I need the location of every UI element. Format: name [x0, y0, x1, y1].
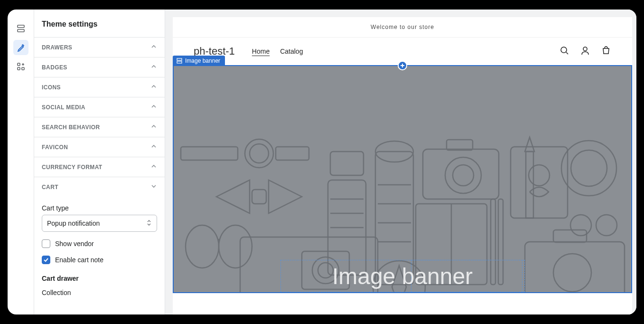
add-block-button[interactable]: [398, 61, 407, 70]
svg-rect-2: [18, 63, 20, 66]
section-cart[interactable]: CART: [34, 177, 165, 197]
search-icon[interactable]: [559, 45, 569, 57]
svg-rect-7: [177, 58, 182, 60]
show-vendor-row: Show vendor: [42, 239, 157, 248]
storefront-preview: Welcome to our store ph-test-1 Home Cata…: [173, 17, 632, 314]
svg-point-41: [529, 165, 550, 186]
svg-rect-9: [181, 147, 238, 160]
svg-point-6: [583, 47, 587, 51]
svg-point-43: [571, 150, 607, 186]
section-label: FAVICON: [42, 144, 68, 151]
plus-icon: [400, 63, 405, 68]
svg-rect-8: [177, 61, 182, 63]
svg-rect-12: [276, 147, 309, 160]
section-pill[interactable]: Image banner: [173, 56, 225, 66]
svg-rect-4: [22, 67, 24, 70]
svg-rect-13: [252, 190, 266, 204]
section-label: SEARCH BEHAVIOR: [42, 124, 100, 131]
section-icon: [177, 58, 182, 64]
chevron-up-icon: [150, 163, 157, 171]
section-drawers[interactable]: DRAWERS: [34, 37, 165, 57]
banner-placeholder-image: Image banner: [174, 66, 631, 292]
cart-drawer-heading: Cart drawer: [42, 275, 157, 282]
cart-type-value: Popup notification: [47, 219, 100, 227]
svg-point-14: [186, 225, 219, 268]
svg-rect-3: [18, 67, 20, 70]
section-label: CURRENCY FORMAT: [42, 164, 103, 171]
section-label: DRAWERS: [42, 44, 72, 51]
section-label: SOCIAL MEDIA: [42, 104, 85, 111]
section-social-media[interactable]: SOCIAL MEDIA: [34, 97, 165, 117]
section-label: CART: [42, 184, 58, 191]
nav-links: Home Catalog: [252, 48, 303, 55]
svg-point-11: [250, 144, 269, 163]
svg-rect-20: [330, 152, 364, 175]
sections-tab-icon[interactable]: [13, 21, 28, 36]
doodle-bowtie: [212, 175, 307, 218]
cart-type-label: Cart type: [42, 204, 157, 212]
select-stepper-icon: [146, 219, 152, 228]
chevron-up-icon: [150, 103, 157, 111]
section-search-behavior[interactable]: SEARCH BEHAVIOR: [34, 117, 165, 137]
section-label: BADGES: [42, 64, 67, 71]
svg-point-42: [561, 141, 616, 196]
theme-settings-tab-icon[interactable]: [13, 40, 28, 55]
image-banner-section[interactable]: Image banner: [173, 65, 632, 293]
section-currency-format[interactable]: CURRENCY FORMAT: [34, 157, 165, 177]
banner-heading: Image banner: [174, 263, 631, 289]
enable-cart-note-label: Enable cart note: [55, 256, 103, 264]
chevron-up-icon: [150, 83, 157, 91]
enable-cart-note-checkbox[interactable]: [42, 256, 50, 264]
chevron-up-icon: [150, 63, 157, 71]
section-icons[interactable]: ICONS: [34, 77, 165, 97]
show-vendor-checkbox[interactable]: [42, 239, 50, 248]
doodle-mug: [558, 137, 620, 199]
chevron-up-icon: [150, 123, 157, 131]
app-window: Theme settings DRAWERS BADGES ICONS SOCI…: [8, 10, 636, 314]
section-label: ICONS: [42, 84, 61, 91]
chevron-up-icon: [150, 43, 157, 51]
sidebar-title: Theme settings: [34, 10, 165, 37]
svg-rect-0: [18, 25, 24, 28]
cart-type-select[interactable]: Popup notification: [42, 215, 157, 232]
account-icon[interactable]: [580, 45, 590, 57]
header-icons: [559, 45, 611, 57]
section-badges[interactable]: BADGES: [34, 57, 165, 77]
chevron-down-icon: [150, 183, 157, 191]
enable-cart-note-row: Enable cart note: [42, 256, 157, 264]
announcement-bar: Welcome to our store: [173, 17, 632, 38]
svg-point-5: [561, 47, 567, 53]
section-pill-label: Image banner: [185, 57, 220, 64]
settings-sidebar: Theme settings DRAWERS BADGES ICONS SOCI…: [34, 10, 165, 314]
left-rail: [8, 10, 34, 314]
svg-rect-32: [447, 140, 473, 150]
svg-rect-1: [18, 29, 24, 32]
chevron-up-icon: [150, 143, 157, 151]
collection-setting[interactable]: Collection: [42, 289, 157, 296]
svg-rect-47: [553, 230, 587, 242]
apps-tab-icon[interactable]: [13, 59, 28, 74]
preview-canvas: Welcome to our store ph-test-1 Home Cata…: [165, 10, 636, 314]
show-vendor-label: Show vendor: [55, 240, 94, 248]
section-favicon[interactable]: FAVICON: [34, 137, 165, 157]
nav-catalog[interactable]: Catalog: [280, 48, 303, 55]
nav-home[interactable]: Home: [252, 48, 270, 55]
cart-body: Cart type Popup notification Show vendor…: [34, 197, 165, 304]
doodle-watchband: [178, 137, 311, 171]
cart-icon[interactable]: [601, 45, 611, 57]
